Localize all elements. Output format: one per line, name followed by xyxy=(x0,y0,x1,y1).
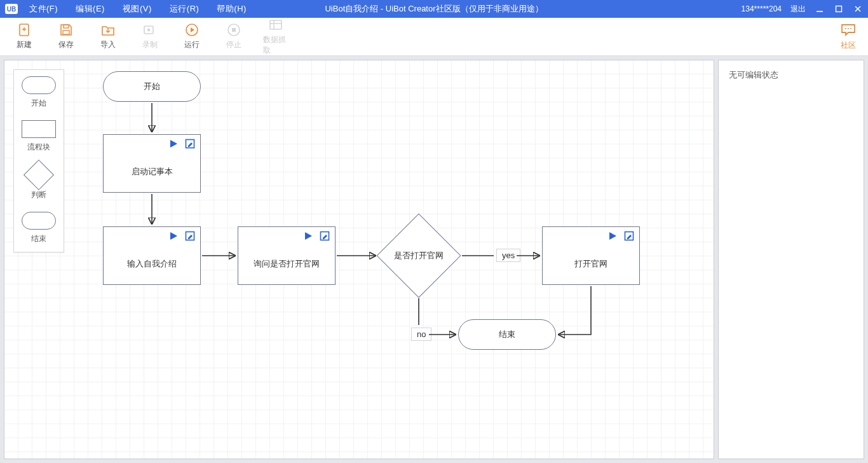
rounded-shape-icon xyxy=(22,76,56,94)
data-icon xyxy=(268,18,284,32)
tool-new-label: 新建 xyxy=(17,39,32,50)
toolbar: 新建 保存 导入 录制 运行 停止 数据抓取 社区 xyxy=(0,18,868,56)
node-palette: 开始 流程块 判断 结束 xyxy=(13,69,64,252)
palette-decision[interactable]: 判断 xyxy=(17,164,61,200)
properties-panel: 无可编辑状态 xyxy=(718,60,864,459)
tool-save[interactable]: 保存 xyxy=(53,23,79,50)
edge-label-no: no xyxy=(411,328,431,341)
menu-run[interactable]: 运行(R) xyxy=(170,3,200,15)
svg-rect-15 xyxy=(270,20,281,29)
tool-save-label: 保存 xyxy=(58,39,74,50)
menu-edit[interactable]: 编辑(E) xyxy=(76,3,105,15)
menu-help[interactable]: 帮助(H) xyxy=(217,3,247,15)
svg-point-20 xyxy=(850,28,851,29)
canvas-wrap: 开始 流程块 判断 结束 开始 启动记事本 xyxy=(0,56,718,463)
play-icon[interactable] xyxy=(168,139,179,151)
svg-marker-23 xyxy=(170,232,177,240)
menu-view[interactable]: 视图(V) xyxy=(123,3,152,15)
titlebar-right: 134*****204 退出 xyxy=(742,4,863,15)
node-start[interactable]: 开始 xyxy=(103,71,201,102)
tool-stop-label: 停止 xyxy=(226,39,241,50)
logout-link[interactable]: 退出 xyxy=(790,4,806,15)
properties-empty-text: 无可编辑状态 xyxy=(729,70,778,79)
community-icon xyxy=(840,23,857,39)
palette-start-label: 开始 xyxy=(31,98,46,109)
play-icon[interactable] xyxy=(168,231,179,243)
palette-block-label: 流程块 xyxy=(27,142,50,153)
menu-file[interactable]: 文件(F) xyxy=(29,3,58,15)
node-decision[interactable]: 是否打开官网 xyxy=(389,226,449,286)
palette-end[interactable]: 结束 xyxy=(17,212,61,244)
node-start-label: 开始 xyxy=(144,81,160,92)
tool-record-label: 录制 xyxy=(142,39,158,50)
flow-canvas[interactable]: 开始 流程块 判断 结束 开始 启动记事本 xyxy=(4,60,714,459)
node-decision-label: 是否打开官网 xyxy=(389,226,449,286)
close-button[interactable] xyxy=(853,4,863,14)
svg-point-10 xyxy=(147,29,150,31)
svg-rect-14 xyxy=(232,28,236,32)
svg-rect-8 xyxy=(63,31,69,34)
tool-run[interactable]: 运行 xyxy=(179,23,205,50)
app-logo: UB xyxy=(5,4,18,14)
user-id: 134*****204 xyxy=(742,4,782,13)
palette-end-label: 结束 xyxy=(31,233,46,244)
edge-label-yes: yes xyxy=(496,249,520,262)
svg-point-19 xyxy=(848,28,849,29)
palette-start[interactable]: 开始 xyxy=(17,76,61,109)
play-icon[interactable] xyxy=(607,231,618,243)
svg-point-18 xyxy=(845,28,846,29)
play-icon[interactable] xyxy=(303,231,313,243)
node-launch-notepad[interactable]: 启动记事本 xyxy=(103,134,201,193)
svg-marker-21 xyxy=(170,140,177,148)
node-end[interactable]: 结束 xyxy=(458,319,556,350)
menu-bar: UB 文件(F) 编辑(E) 视图(V) 运行(R) 帮助(H) UiBot自我… xyxy=(0,0,868,18)
node-input-intro-label: 输入自我介绍 xyxy=(127,258,177,270)
tool-data-label: 数据抓取 xyxy=(263,34,288,56)
tool-import[interactable]: 导入 xyxy=(95,23,121,50)
node-ask-open-site[interactable]: 询问是否打开官网 xyxy=(238,226,336,285)
save-icon xyxy=(58,23,74,37)
workspace: 开始 流程块 判断 结束 开始 启动记事本 xyxy=(0,56,868,463)
run-icon xyxy=(184,23,200,37)
diamond-shape-icon xyxy=(24,160,54,190)
tool-new[interactable]: 新建 xyxy=(11,23,37,50)
import-icon xyxy=(100,23,116,37)
svg-rect-1 xyxy=(836,6,842,12)
tool-community[interactable]: 社区 xyxy=(840,23,857,51)
node-input-intro[interactable]: 输入自我介绍 xyxy=(103,226,201,285)
edit-icon[interactable] xyxy=(624,231,634,243)
menu-items: 文件(F) 编辑(E) 视图(V) 运行(R) 帮助(H) xyxy=(29,3,247,15)
tool-record: 录制 xyxy=(137,23,163,50)
node-launch-notepad-label: 启动记事本 xyxy=(132,166,173,177)
edit-icon[interactable] xyxy=(320,231,330,243)
tool-data: 数据抓取 xyxy=(263,18,288,56)
tool-community-label: 社区 xyxy=(841,40,856,51)
node-ask-open-site-label: 询问是否打开官网 xyxy=(254,258,320,270)
svg-marker-12 xyxy=(191,27,194,32)
node-open-site-label: 打开官网 xyxy=(574,258,607,270)
node-open-site[interactable]: 打开官网 xyxy=(542,226,640,285)
new-file-icon xyxy=(16,23,32,37)
edit-icon[interactable] xyxy=(185,231,195,243)
edit-icon[interactable] xyxy=(185,139,195,151)
node-end-label: 结束 xyxy=(499,329,515,340)
palette-decision-label: 判断 xyxy=(31,190,46,200)
svg-marker-25 xyxy=(305,232,312,240)
tool-import-label: 导入 xyxy=(100,39,116,50)
tool-stop: 停止 xyxy=(221,23,247,50)
edge-n4-end xyxy=(559,286,591,335)
record-icon xyxy=(142,23,158,37)
rounded-shape-icon xyxy=(22,212,56,230)
svg-marker-27 xyxy=(609,232,616,240)
maximize-button[interactable] xyxy=(834,4,844,14)
stop-icon xyxy=(226,23,242,37)
minimize-button[interactable] xyxy=(815,4,825,14)
palette-block[interactable]: 流程块 xyxy=(17,120,61,153)
rect-shape-icon xyxy=(22,120,56,138)
tool-run-label: 运行 xyxy=(184,39,200,50)
